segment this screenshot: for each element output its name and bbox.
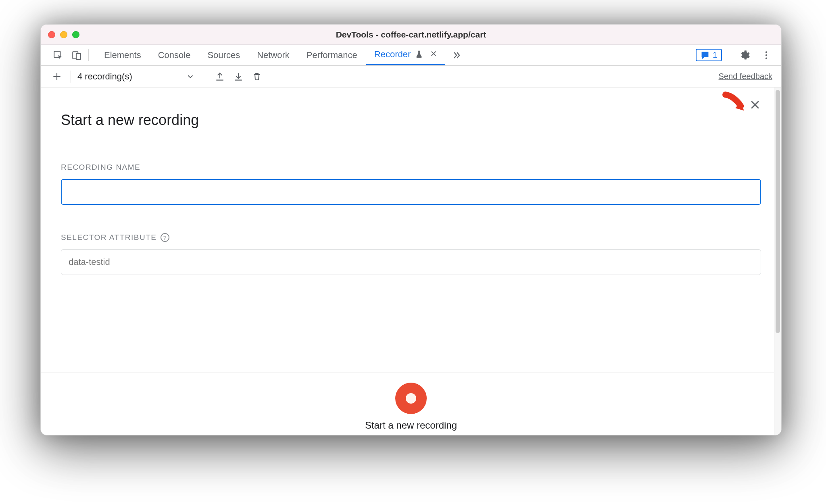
more-vertical-icon (761, 50, 772, 60)
tab-label: Sources (207, 50, 240, 60)
new-recording-form: Start a new recording RECORDING NAME SEL… (41, 87, 781, 373)
tab-label: Console (158, 50, 191, 60)
main-menu-button[interactable] (759, 50, 774, 60)
record-bar: Start a new recording (41, 373, 781, 435)
window-controls (48, 31, 79, 38)
selector-attribute-field: SELECTOR ATTRIBUTE ? (61, 233, 761, 275)
gear-icon (739, 50, 750, 61)
download-icon (233, 71, 244, 82)
upload-icon (215, 71, 225, 82)
window-close-button[interactable] (48, 31, 55, 38)
recording-name-label: RECORDING NAME (61, 163, 761, 172)
window-fullscreen-button[interactable] (72, 31, 79, 38)
export-button[interactable] (213, 69, 227, 84)
selector-attribute-label-text: SELECTOR ATTRIBUTE (61, 233, 156, 242)
svg-rect-2 (76, 53, 81, 59)
tab-label: Performance (307, 50, 357, 60)
tab-elements[interactable]: Elements (96, 45, 149, 65)
start-recording-button[interactable] (395, 383, 427, 414)
close-icon (749, 99, 761, 111)
help-circle-icon[interactable]: ? (161, 233, 169, 242)
send-feedback-link[interactable]: Send feedback (719, 72, 772, 81)
settings-button[interactable] (737, 50, 752, 61)
window-minimize-button[interactable] (60, 31, 67, 38)
trash-icon (252, 72, 262, 81)
delete-button[interactable] (250, 69, 264, 84)
divider (71, 71, 71, 83)
svg-point-6 (766, 57, 767, 59)
start-recording-label: Start a new recording (365, 420, 457, 431)
tab-console[interactable]: Console (150, 45, 199, 65)
recorder-toolbar: 4 recording(s) Send feedback (41, 66, 781, 87)
tab-label: Network (257, 50, 290, 60)
device-toolbar-icon[interactable] (68, 45, 85, 65)
new-recording-button[interactable] (50, 69, 64, 84)
toolbar-right: 1 (696, 45, 777, 65)
chat-icon (701, 51, 709, 60)
plus-icon (52, 71, 62, 82)
tab-network[interactable]: Network (249, 45, 298, 65)
recorder-panel: Start a new recording RECORDING NAME SEL… (41, 87, 781, 435)
overflow-tabs-button[interactable] (446, 45, 467, 65)
issues-badge[interactable]: 1 (696, 49, 722, 61)
selector-attribute-input[interactable] (61, 249, 761, 275)
tab-label: Recorder (374, 49, 411, 60)
issues-count: 1 (713, 50, 717, 60)
tab-label: Elements (104, 50, 141, 60)
tab-sources[interactable]: Sources (199, 45, 248, 65)
svg-point-5 (766, 54, 767, 56)
divider (88, 49, 89, 61)
devtools-window: DevTools - coffee-cart.netlify.app/cart … (40, 24, 782, 435)
svg-point-4 (766, 51, 767, 53)
recording-select[interactable]: 4 recording(s) (77, 71, 199, 82)
tab-list: Elements Console Sources Network Perform… (96, 45, 694, 65)
tab-performance[interactable]: Performance (298, 45, 365, 65)
recording-name-input[interactable] (61, 179, 761, 205)
close-tab-icon[interactable] (430, 49, 437, 60)
recording-select-label: 4 recording(s) (77, 71, 132, 82)
page-title: Start a new recording (61, 112, 761, 129)
scrollbar-thumb[interactable] (776, 90, 780, 333)
import-button[interactable] (231, 69, 246, 84)
record-icon (406, 393, 416, 404)
flask-icon (415, 50, 423, 59)
inspect-icon[interactable] (50, 45, 67, 65)
tabs-row: Elements Console Sources Network Perform… (41, 45, 781, 66)
titlebar: DevTools - coffee-cart.netlify.app/cart (41, 25, 781, 45)
recording-name-field: RECORDING NAME (61, 163, 761, 205)
divider (206, 71, 206, 83)
tab-recorder[interactable]: Recorder (366, 45, 445, 65)
vertical-scrollbar[interactable] (774, 87, 781, 435)
chevron-down-icon (185, 72, 196, 81)
window-title: DevTools - coffee-cart.netlify.app/cart (41, 30, 781, 40)
close-panel-button[interactable] (749, 99, 761, 112)
selector-attribute-label: SELECTOR ATTRIBUTE ? (61, 233, 761, 242)
